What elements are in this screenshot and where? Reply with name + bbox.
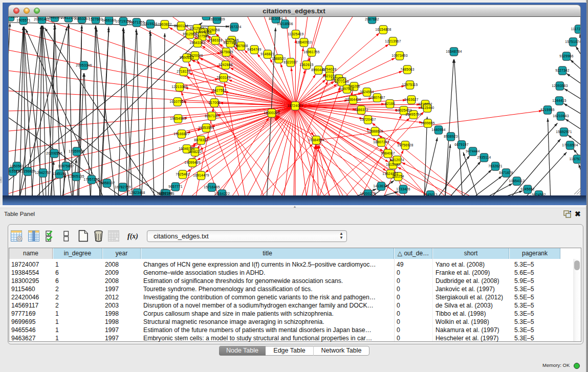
svg-text:9242848: 9242848 <box>219 63 233 67</box>
svg-text:18807249: 18807249 <box>373 140 389 144</box>
svg-text:8267130: 8267130 <box>205 114 219 118</box>
svg-text:10973493: 10973493 <box>391 54 407 57</box>
svg-text:2867608: 2867608 <box>234 44 248 48</box>
svg-text:9245652: 9245652 <box>520 187 535 191</box>
svg-text:9463627: 9463627 <box>404 98 419 101</box>
svg-text:9474444: 9474444 <box>466 149 480 153</box>
svg-text:19218506: 19218506 <box>277 22 293 26</box>
svg-text:1733426: 1733426 <box>396 187 410 191</box>
svg-text:18300295: 18300295 <box>264 111 279 115</box>
svg-text:20364436: 20364436 <box>345 98 361 101</box>
svg-text:7357224: 7357224 <box>227 25 242 29</box>
svg-text:16648784: 16648784 <box>446 50 462 53</box>
svg-text:19384554: 19384554 <box>308 138 324 142</box>
svg-text:15751074: 15751074 <box>565 40 581 43</box>
svg-text:12942757: 12942757 <box>35 171 51 174</box>
svg-text:9245013: 9245013 <box>423 193 438 195</box>
svg-text:14136141: 14136141 <box>373 184 389 188</box>
svg-text:2718176: 2718176 <box>177 70 191 73</box>
svg-text:16033809: 16033809 <box>209 17 225 21</box>
svg-text:8813054: 8813054 <box>269 17 283 20</box>
svg-text:11325419: 11325419 <box>288 32 304 36</box>
svg-text:20206556: 20206556 <box>46 151 62 155</box>
svg-text:9824502: 9824502 <box>532 193 546 195</box>
svg-text:12975115: 12975115 <box>402 83 418 86</box>
svg-text:9890613: 9890613 <box>180 56 194 59</box>
svg-text:16107554: 16107554 <box>169 100 185 103</box>
svg-text:8427552: 8427552 <box>212 89 227 92</box>
svg-text:9777169: 9777169 <box>335 80 349 83</box>
svg-text:7485063: 7485063 <box>400 68 415 71</box>
svg-text:8878332: 8878332 <box>194 138 208 142</box>
svg-text:746266: 746266 <box>348 84 360 88</box>
svg-text:19756928: 19756928 <box>397 143 413 147</box>
svg-text:10975867: 10975867 <box>58 164 74 168</box>
svg-text:1588520: 1588520 <box>272 57 286 60</box>
svg-text:5012074: 5012074 <box>390 158 404 162</box>
svg-text:12505135: 12505135 <box>68 174 84 178</box>
svg-text:6466160: 6466160 <box>102 18 116 22</box>
svg-text:10958107: 10958107 <box>99 181 115 185</box>
svg-text:9327509: 9327509 <box>195 34 209 38</box>
svg-text:8471676: 8471676 <box>499 171 513 174</box>
svg-text:12093583: 12093583 <box>552 84 568 87</box>
svg-text:1145194: 1145194 <box>53 172 67 176</box>
svg-text:8216012: 8216012 <box>418 102 432 106</box>
svg-text:8912954: 8912954 <box>190 27 204 30</box>
svg-text:17359928: 17359928 <box>69 149 84 153</box>
svg-text:2803144: 2803144 <box>216 76 231 79</box>
svg-text:19654985: 19654985 <box>170 117 186 120</box>
svg-text:10688609: 10688609 <box>367 129 383 133</box>
svg-text:10853267: 10853267 <box>74 17 90 20</box>
svg-text:11675385: 11675385 <box>570 157 581 161</box>
svg-text:7663822: 7663822 <box>158 23 172 26</box>
svg-text:8660124: 8660124 <box>174 24 188 28</box>
svg-text:10654112: 10654112 <box>509 179 525 183</box>
svg-text:6794028: 6794028 <box>322 68 337 71</box>
svg-text:11353594: 11353594 <box>199 126 214 129</box>
svg-text:7632621: 7632621 <box>488 164 503 168</box>
svg-text:1905571: 1905571 <box>16 18 31 22</box>
svg-text:9227342: 9227342 <box>555 69 570 72</box>
svg-text:7625402: 7625402 <box>176 172 190 176</box>
svg-text:10200275: 10200275 <box>360 192 376 195</box>
svg-text:1362615: 1362615 <box>299 63 314 67</box>
svg-text:16251293: 16251293 <box>158 192 174 195</box>
svg-text:15692971: 15692971 <box>556 130 572 134</box>
svg-text:3915188: 3915188 <box>9 169 20 173</box>
svg-text:9657771: 9657771 <box>168 185 183 188</box>
svg-text:16154808: 16154808 <box>375 28 391 31</box>
svg-text:14099489: 14099489 <box>184 161 200 164</box>
svg-text:1527602: 1527602 <box>89 17 103 21</box>
svg-text:8938923: 8938923 <box>444 135 458 138</box>
svg-text:1440954: 1440954 <box>431 128 446 132</box>
svg-text:20053346: 20053346 <box>76 63 92 67</box>
svg-text:7386372: 7386372 <box>354 108 368 112</box>
svg-text:10671355: 10671355 <box>128 20 144 24</box>
svg-text:11172786: 11172786 <box>571 27 581 31</box>
svg-text:19166827: 19166827 <box>173 132 189 136</box>
svg-text:3675685: 3675685 <box>219 50 233 54</box>
svg-text:9084067: 9084067 <box>381 151 395 155</box>
svg-text:317006: 317006 <box>208 101 221 104</box>
svg-text:2935114: 2935114 <box>477 156 491 159</box>
svg-text:252254: 252254 <box>392 174 404 178</box>
svg-text:18640910: 18640910 <box>296 40 312 44</box>
svg-text:9115460: 9115460 <box>421 106 434 110</box>
svg-text:10807487: 10807487 <box>369 96 385 99</box>
svg-text:12823468: 12823468 <box>129 191 145 194</box>
svg-text:9146821: 9146821 <box>260 52 275 56</box>
svg-text:13226058: 13226058 <box>195 30 211 34</box>
svg-text:11164222: 11164222 <box>214 192 230 195</box>
svg-text:16210643: 16210643 <box>553 114 569 118</box>
svg-text:f(x): f(x) <box>127 232 138 240</box>
svg-text:16543362: 16543362 <box>189 41 205 45</box>
svg-text:15720407: 15720407 <box>360 118 376 121</box>
svg-text:8186328: 8186328 <box>208 38 223 42</box>
svg-text:9699695: 9699695 <box>421 121 435 125</box>
svg-text:3824554: 3824554 <box>360 90 374 94</box>
svg-text:9329966: 9329966 <box>559 54 574 58</box>
svg-text:62160: 62160 <box>385 102 395 105</box>
svg-text:16961755: 16961755 <box>303 50 319 54</box>
svg-text:12213967: 12213967 <box>385 39 401 43</box>
